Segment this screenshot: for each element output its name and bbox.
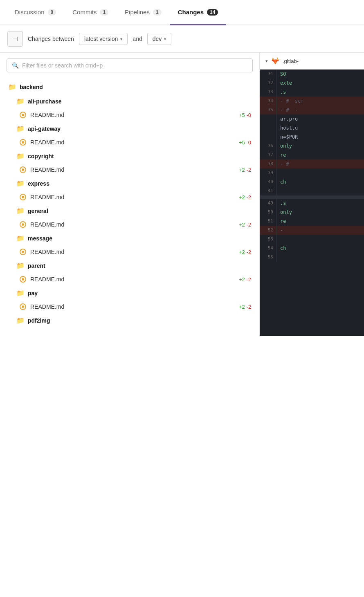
code-line: 53 (260, 235, 364, 244)
search-bar[interactable]: 🔍 (7, 58, 253, 72)
file-name: README.md (30, 221, 64, 228)
file-diff: +2 -2 (239, 249, 251, 255)
tab-pipelines-badge: 1 (153, 9, 162, 16)
search-input[interactable] (22, 62, 247, 69)
folder-api-gateway[interactable]: 📁 api-gateway (0, 121, 259, 136)
file-pay-readme[interactable]: README.md +2 -2 (0, 300, 259, 313)
code-line: 41 (260, 186, 364, 195)
line-number: 49 (260, 199, 277, 208)
file-left: README.md (20, 194, 64, 200)
line-content: - # scr (277, 97, 307, 105)
folder-ali-purchase-label: ali-purchase (28, 98, 61, 105)
folder-pay[interactable]: 📁 pay (0, 286, 259, 300)
folder-icon: 📁 (16, 97, 25, 105)
file-name: README.md (30, 194, 64, 200)
folder-ali-purchase[interactable]: 📁 ali-purchase (0, 94, 259, 108)
file-left: README.md (20, 249, 64, 255)
line-number: 52 (260, 226, 277, 235)
line-content (277, 235, 283, 244)
file-name: README.md (30, 166, 64, 173)
code-line: 31 SO (260, 70, 364, 79)
line-content: only (277, 141, 295, 150)
file-name: README.md (30, 249, 64, 255)
file-parent-readme[interactable]: README.md +2 -2 (0, 273, 259, 286)
toolbar: ⊣ Changes between latest version ▾ and d… (0, 25, 364, 53)
collapse-button[interactable]: ⊣ (7, 31, 23, 47)
line-content: ch (277, 177, 289, 186)
folder-pay-label: pay (28, 290, 38, 296)
file-ali-purchase-readme[interactable]: README.md +5 -0 (0, 108, 259, 121)
code-line: 33 .s (260, 88, 364, 97)
file-name: README.md (30, 303, 64, 310)
code-line: n=$POR (260, 132, 364, 141)
tab-pipelines-label: Pipelines (125, 9, 150, 16)
gitlab-icon (271, 57, 279, 65)
file-modified-icon (20, 112, 26, 118)
folder-api-gateway-label: api-gateway (28, 126, 61, 132)
file-diff: +2 -2 (239, 167, 251, 173)
file-diff: +2 -2 (239, 276, 251, 283)
tab-commits[interactable]: Commits 1 (64, 0, 117, 25)
code-line: 49 .s (260, 199, 364, 208)
line-content: - # - (277, 105, 301, 114)
file-name: README.md (30, 112, 64, 118)
file-diff: +2 -2 (239, 222, 251, 228)
folder-express[interactable]: 📁 express (0, 176, 259, 191)
code-line: 51 re (260, 217, 364, 226)
file-message-readme[interactable]: README.md +2 -2 (0, 245, 259, 258)
folder-parent-label: parent (28, 263, 45, 269)
code-line: 50 only (260, 208, 364, 217)
file-modified-icon (20, 221, 26, 228)
file-name: README.md (30, 276, 64, 283)
tab-changes[interactable]: Changes 14 (170, 0, 227, 25)
tab-pipelines[interactable]: Pipelines 1 (117, 0, 170, 25)
line-number: 53 (260, 235, 277, 244)
file-list: 📁 backend 📁 ali-purchase README.md +5 -0 (0, 78, 259, 336)
code-line: 54 ch (260, 244, 364, 253)
file-express-readme[interactable]: README.md +2 -2 (0, 191, 259, 204)
folder-backend[interactable]: 📁 backend (0, 80, 259, 94)
code-line: 39 (260, 168, 364, 177)
line-number (260, 123, 277, 132)
file-general-readme[interactable]: README.md +2 -2 (0, 218, 259, 231)
line-number: 39 (260, 168, 277, 177)
tab-discussion-badge: 0 (48, 9, 56, 16)
code-collapse-icon: ▾ (265, 58, 268, 64)
file-tree-panel: 🔍 📁 backend 📁 ali-purchase README.md (0, 53, 260, 336)
tab-discussion[interactable]: Discussion 0 (7, 0, 64, 25)
line-number: 38 (260, 159, 277, 168)
folder-message[interactable]: 📁 message (0, 231, 259, 245)
folder-copyright[interactable]: 📁 copyright (0, 149, 259, 163)
code-line-removed: 52 - (260, 226, 364, 235)
code-line: 40 ch (260, 177, 364, 186)
line-number: 31 (260, 70, 277, 79)
line-number: 51 (260, 217, 277, 226)
folder-parent[interactable]: 📁 parent (0, 258, 259, 273)
changes-between-label: Changes between (28, 36, 74, 42)
folder-pdf2img[interactable]: 📁 pdf2img (0, 313, 259, 328)
file-copyright-readme[interactable]: README.md +2 -2 (0, 163, 259, 176)
folder-icon: 📁 (16, 152, 25, 160)
file-left: README.md (20, 139, 64, 146)
file-modified-icon (20, 249, 26, 255)
line-content (277, 168, 283, 177)
line-content: n=$POR (277, 132, 301, 141)
file-modified-icon (20, 194, 26, 200)
line-content: re (277, 217, 289, 226)
file-modified-icon (20, 166, 26, 173)
code-line: 37 re (260, 150, 364, 159)
folder-express-label: express (28, 180, 49, 187)
main-content: 🔍 📁 backend 📁 ali-purchase README.md (0, 53, 364, 336)
folder-icon: 📁 (16, 262, 25, 269)
version-chevron-icon: ▾ (120, 37, 122, 41)
folder-pdf2img-label: pdf2img (28, 317, 50, 324)
folder-general[interactable]: 📁 general (0, 204, 259, 218)
branch-select[interactable]: dev ▾ (147, 33, 172, 45)
folder-icon: 📁 (16, 316, 25, 324)
line-content: - (277, 226, 289, 235)
folder-icon: 📁 (16, 207, 25, 215)
version-select[interactable]: latest version ▾ (79, 33, 128, 45)
file-api-gateway-readme[interactable]: README.md +5 -0 (0, 136, 259, 149)
code-line: 32 exte (260, 79, 364, 88)
line-number (260, 132, 277, 141)
